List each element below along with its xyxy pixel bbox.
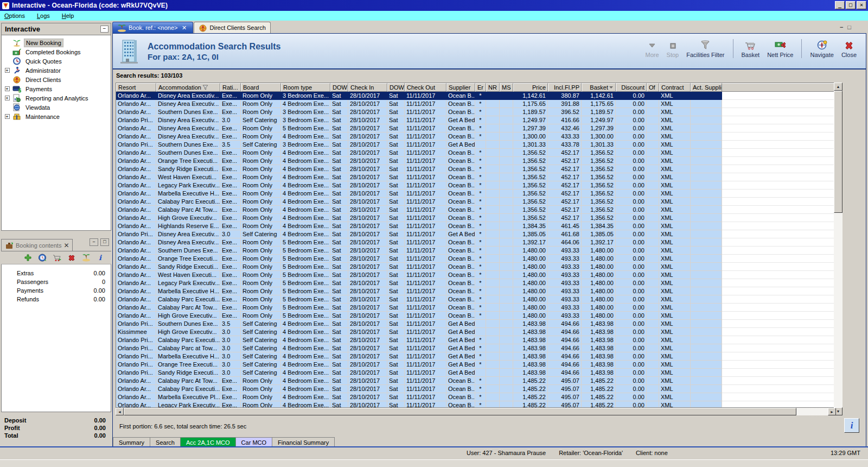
column-header-check-in[interactable]: Check In [348, 83, 387, 92]
horizontal-scrollbar[interactable]: ◄ ► [116, 408, 836, 415]
menu-options[interactable]: Options [4, 12, 25, 19]
close-button[interactable]: ✕ [857, 1, 866, 9]
column-header-resort[interactable]: Resort [116, 83, 156, 92]
table-row[interactable]: Orlando Pri...Calabay Parc Executi...3.0… [116, 336, 835, 344]
column-header-nr[interactable]: NR [486, 83, 500, 92]
sidebar-item-maintenance[interactable]: +Maintenance [2, 112, 111, 121]
tab-book-ref-none-[interactable]: Book. ref.: <none>✕ [112, 22, 193, 33]
booking-row-payments[interactable]: Payments0.00 [2, 286, 111, 295]
table-row[interactable]: Orlando Ar...Marbella Executive H...Exe.… [116, 190, 835, 198]
sidebar-item-viewdata[interactable]: Viewdata [2, 103, 111, 112]
sidebar-item-completed-bookings[interactable]: Completed Bookings [2, 47, 111, 56]
column-header-discount[interactable]: Discount [616, 83, 647, 92]
sidebar-collapse-icon[interactable]: − [100, 26, 108, 33]
maximize-button[interactable]: □ [846, 1, 856, 9]
sidebar-item-direct-clients[interactable]: Direct Clients [2, 75, 111, 84]
booking-panel-minimize-icon[interactable]: − [90, 238, 98, 246]
column-header-board[interactable]: Board [241, 83, 281, 92]
table-row[interactable]: Orlando Ar...Orange Tree Executi...Exe..… [116, 157, 835, 165]
table-row[interactable]: Orlando Ar...Legacy Park Executiv...Exe.… [116, 181, 835, 190]
delete-x-icon[interactable] [67, 254, 76, 262]
table-row[interactable]: Orlando Ar...Calabay Parc At Tow...Exe..… [116, 377, 835, 385]
column-header-incl-fl-pp[interactable]: Incl.Fl.PP [548, 83, 582, 92]
column-header-basket[interactable]: Basket [582, 83, 616, 92]
column-header-room-type[interactable]: Room type [281, 83, 330, 92]
table-row[interactable]: KissimmeeHigh Grove Executiv...3.0Self C… [116, 328, 835, 336]
table-row[interactable]: Orlando Ar...Orange Tree Executi...Exe..… [116, 255, 835, 263]
vertical-scrollbar-thumb[interactable] [834, 91, 843, 213]
table-row[interactable]: Orlando Pri...Southern Dunes Exe...3.5Se… [116, 141, 835, 149]
table-row[interactable]: Orlando Ar...High Grove Executiv...Exe..… [116, 312, 835, 320]
table-row[interactable]: Orlando Pri...Sandy Ridge Executi...3.0S… [116, 369, 835, 377]
scroll-right-icon[interactable]: ► [828, 408, 836, 415]
close-button[interactable]: Close [838, 38, 860, 59]
booking-row-extras[interactable]: Extras0.00 [2, 269, 111, 277]
column-header-dow-in[interactable]: DOW [330, 83, 348, 92]
table-row[interactable]: Orlando Ar...Disney Area Executiv...Exe.… [116, 132, 835, 141]
column-header-act-supplier[interactable]: Act. Supplier [691, 83, 722, 92]
booking-row-passengers[interactable]: Passengers0 [2, 277, 111, 286]
table-row[interactable]: Orlando Ar...Marbella Executive Pl...Exe… [116, 393, 835, 401]
mdi-restore-icon[interactable]: □ [847, 24, 851, 30]
table-row[interactable]: Orlando Pri...Marbella Executive H...3.0… [116, 352, 835, 361]
cart-add-icon[interactable] [52, 254, 62, 262]
table-row[interactable]: Orlando Ar...Marbella Executive H...Exe.… [116, 287, 835, 295]
expand-plus-icon[interactable]: + [5, 86, 10, 91]
plus-icon[interactable] [23, 254, 33, 262]
island-icon[interactable] [81, 254, 91, 262]
minimize-button[interactable]: _ [835, 1, 845, 9]
table-row[interactable]: Orlando Pri...Disney Area Executiv...3.0… [116, 116, 835, 124]
table-row[interactable]: Orlando Ar...Disney Area Executiv...Exe.… [116, 92, 835, 100]
expand-plus-icon[interactable]: + [5, 96, 10, 100]
mdi-minimize-icon[interactable]: − [840, 24, 843, 30]
sidebar-item-payments[interactable]: +$Payments [2, 84, 111, 93]
facilities-filter-button[interactable]: Facilities Filter [682, 38, 728, 59]
menu-logs[interactable]: Logs [37, 12, 50, 19]
quick-quote-icon[interactable] [37, 254, 47, 262]
sidebar-item-quick-quotes[interactable]: Quick Quotes [2, 56, 111, 66]
column-header-accommodation[interactable]: Accommodation [156, 83, 220, 92]
table-row[interactable]: Orlando Ar...Sandy Ridge Executi...Exe..… [116, 263, 835, 271]
nett-price-button[interactable]: Nett Price [763, 38, 797, 59]
booking-panel-close-icon[interactable]: ✕ [63, 242, 69, 249]
table-row[interactable]: Orlando Ar...West Haven Executi...Exe...… [116, 271, 835, 279]
table-row[interactable]: Orlando Ar...Disney Area Executiv...Exe.… [116, 124, 835, 132]
booking-contents-tab[interactable]: Booking contents ✕ [1, 239, 73, 251]
table-row[interactable]: Orlando Ar...Disney Area Executiv...Exe.… [116, 100, 835, 108]
table-row[interactable]: Orlando Ar...Calabay Parc Executi...Exe.… [116, 295, 835, 304]
expand-plus-icon[interactable]: + [5, 68, 10, 73]
info-button[interactable]: i [844, 418, 859, 433]
basket-button[interactable]: Basket [738, 38, 764, 59]
column-header-contract[interactable]: Contract [659, 83, 691, 92]
table-row[interactable]: Orlando Ar...Legacy Park Executiv...Exe.… [116, 401, 835, 408]
navigate-button[interactable]: Navigate [806, 38, 837, 59]
table-row[interactable]: Orlando Ar...Highlands Reserve E...Exe..… [116, 222, 835, 230]
column-header-er[interactable]: Er [475, 83, 486, 92]
column-header-dow-out[interactable]: DOW [387, 83, 405, 92]
table-row[interactable]: Orlando Ar...Southern Dunes Exe...Exe...… [116, 149, 835, 157]
table-row[interactable]: Orlando Ar...Calabay Parc At Tow...Exe..… [116, 206, 835, 214]
table-row[interactable]: Orlando Ar...Sandy Ridge Executi...Exe..… [116, 165, 835, 173]
scroll-left-icon[interactable]: ◄ [116, 408, 124, 415]
table-row[interactable]: Orlando Ar...Calabay Parc Executi...Exe.… [116, 385, 835, 393]
table-row[interactable]: Orlando Ar...Disney Area Executiv...Exe.… [116, 238, 835, 247]
sidebar-item-new-booking[interactable]: New Booking [2, 38, 111, 47]
table-row[interactable]: Orlando Pri...Orange Tree Executi...3.0S… [116, 361, 835, 369]
table-row[interactable]: Orlando Ar...Calabay Parc Executi...Exe.… [116, 198, 835, 206]
tab-direct-clients-search[interactable]: Direct Clients Search [194, 22, 271, 33]
column-header-rating[interactable]: Rati... [220, 83, 241, 92]
scroll-up-icon[interactable]: ▲ [834, 83, 843, 91]
info-icon[interactable]: i [96, 254, 106, 262]
sidebar-item-reporting-and-analytics[interactable]: +Reporting and Analytics [2, 93, 111, 103]
column-header-check-out[interactable]: Check Out [405, 83, 446, 92]
booking-panel-maximize-icon[interactable]: □ [100, 238, 109, 246]
tab-close-icon[interactable]: ✕ [181, 24, 188, 31]
horizontal-scrollbar-thumb[interactable] [124, 408, 796, 415]
expand-plus-icon[interactable]: + [5, 114, 10, 119]
table-row[interactable]: Orlando Ar...High Grove Executiv...Exe..… [116, 214, 835, 222]
column-header-of[interactable]: Of [647, 83, 659, 92]
booking-row-refunds[interactable]: Refunds0.00 [2, 295, 111, 304]
table-row[interactable]: Orlando Ar...Legacy Park Executiv...Exe.… [116, 279, 835, 287]
table-row[interactable]: Orlando Pri...Calabay Parc at Tow...3.0S… [116, 344, 835, 352]
table-row[interactable]: Orlando Ar...Calabay Parc At Tow...Exe..… [116, 304, 835, 312]
